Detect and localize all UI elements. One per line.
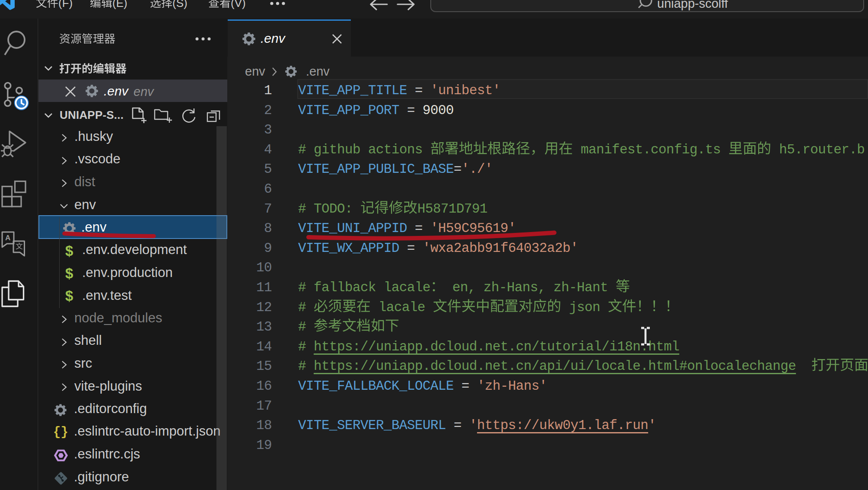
svg-text:A: A — [5, 234, 10, 242]
